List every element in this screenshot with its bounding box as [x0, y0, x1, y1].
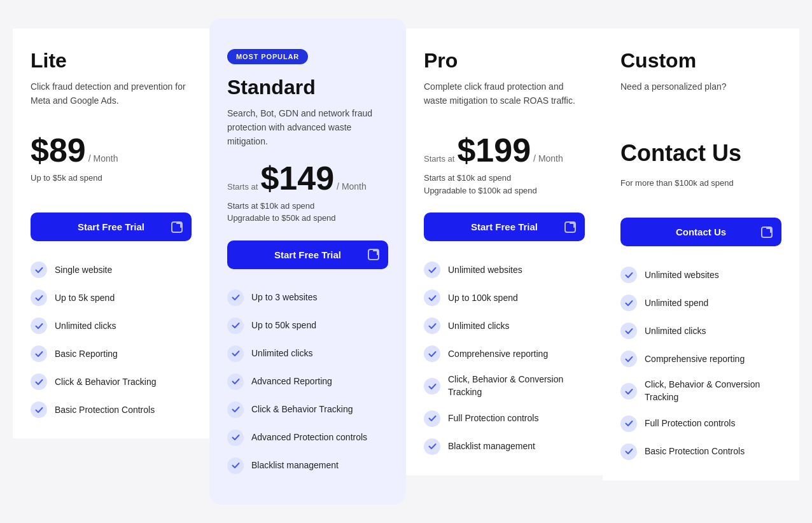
feature-item: Up to 5k spend — [31, 289, 192, 306]
starts-at-label: Starts at — [424, 154, 454, 164]
feature-text: Single website — [55, 264, 112, 277]
check-icon — [424, 262, 440, 278]
plan-cta-button[interactable]: Contact Us — [620, 218, 781, 246]
plan-price: $89 — [31, 134, 86, 167]
plan-card-custom: Custom Need a personalized plan? Contact… — [603, 29, 799, 480]
features-list: Unlimited websites Unlimited spend Unlim… — [620, 267, 781, 459]
plan-price: $149 — [260, 162, 334, 195]
feature-text: Unlimited websites — [448, 264, 522, 277]
feature-item: Blacklist management — [424, 438, 585, 455]
feature-item: Unlimited clicks — [620, 323, 781, 339]
feature-item: Basic Protection Controls — [620, 443, 781, 460]
features-list: Unlimited websites Up to 100k spend Unli… — [424, 262, 585, 454]
check-icon — [620, 267, 637, 283]
feature-item: Full Protection controls — [424, 410, 585, 427]
plan-description: Need a personalized plan? — [620, 80, 781, 121]
feature-text: Up to 3 websites — [251, 291, 318, 304]
plan-price: $199 — [457, 134, 531, 167]
plan-description: Complete click fraud protection and wast… — [424, 80, 585, 121]
feature-item: Click & Behavior Tracking — [31, 373, 192, 390]
check-icon — [31, 373, 47, 390]
plan-cta-button[interactable]: Start Free Trial — [227, 241, 388, 269]
feature-item: Click, Behavior & Conversion Tracking — [620, 379, 781, 403]
btn-corner-icon — [564, 221, 576, 233]
plan-name: Custom — [620, 49, 781, 73]
check-icon — [227, 373, 244, 390]
plan-pricing: $89 / Month — [31, 134, 192, 167]
plan-cta-label: Start Free Trial — [78, 221, 144, 232]
plan-period: / Month — [337, 181, 367, 192]
check-icon — [31, 401, 47, 418]
check-icon — [31, 317, 47, 334]
feature-item: Unlimited clicks — [227, 345, 388, 362]
check-icon — [620, 323, 637, 339]
feature-item: Up to 3 websites — [227, 289, 388, 306]
feature-text: Click, Behavior & Conversion Tracking — [645, 379, 781, 403]
feature-item: Unlimited clicks — [31, 317, 192, 334]
feature-text: Click & Behavior Tracking — [55, 376, 157, 389]
btn-corner-icon — [761, 227, 773, 238]
check-icon — [424, 317, 440, 334]
plan-name: Lite — [31, 49, 192, 73]
check-icon — [31, 345, 47, 362]
check-icon — [424, 410, 440, 427]
features-list: Up to 3 websites Up to 50k spend Unlimit… — [227, 289, 388, 474]
plan-name: Pro — [424, 49, 585, 73]
plan-cta-button[interactable]: Start Free Trial — [31, 213, 192, 241]
plan-description: Click fraud detection and prevention for… — [31, 80, 192, 121]
feature-item: Comprehensive reporting — [424, 345, 585, 362]
btn-corner-icon — [171, 221, 183, 233]
check-icon — [227, 429, 244, 446]
feature-item: Blacklist management — [227, 457, 388, 474]
feature-text: Advanced Protection controls — [251, 431, 367, 444]
check-icon — [620, 415, 637, 432]
plan-card-pro: Pro Complete click fraud protection and … — [406, 29, 603, 475]
plan-period: / Month — [533, 153, 563, 164]
starts-at-label: Starts at — [227, 182, 258, 192]
feature-text: Basic Protection Controls — [645, 445, 745, 458]
feature-text: Full Protection controls — [448, 412, 538, 425]
feature-item: Single website — [31, 262, 192, 278]
pricing-grid: Lite Click fraud detection and preventio… — [13, 29, 799, 494]
feature-item: Click, Behavior & Conversion Tracking — [424, 373, 585, 398]
check-icon — [227, 289, 244, 306]
feature-item: Advanced Protection controls — [227, 429, 388, 446]
feature-text: Click & Behavior Tracking — [251, 403, 353, 416]
feature-text: Comprehensive reporting — [448, 348, 548, 361]
feature-text: Unlimited spend — [645, 297, 708, 310]
plan-cta-button[interactable]: Start Free Trial — [424, 213, 585, 241]
check-icon — [227, 401, 244, 418]
feature-text: Unlimited clicks — [448, 320, 509, 333]
check-icon — [620, 383, 637, 400]
check-icon — [620, 295, 637, 311]
feature-item: Unlimited clicks — [424, 317, 585, 334]
check-icon — [424, 345, 440, 362]
feature-text: Unlimited clicks — [55, 320, 116, 333]
plan-spend-note: Starts at $10k ad spendUpgradable to $10… — [424, 172, 585, 197]
feature-text: Comprehensive reporting — [645, 353, 745, 366]
plan-cta-label: Start Free Trial — [471, 221, 538, 232]
check-icon — [31, 289, 47, 306]
check-icon — [227, 317, 244, 334]
check-icon — [227, 457, 244, 474]
plan-pricing: Starts at $199 / Month — [424, 134, 585, 167]
plan-card-standard: MOST POPULAR Standard Search, Bot, GDN a… — [209, 18, 406, 504]
feature-text: Basic Protection Controls — [55, 404, 155, 417]
feature-text: Up to 100k spend — [448, 292, 518, 305]
feature-item: Full Protection controls — [620, 415, 781, 432]
check-icon — [424, 378, 440, 394]
feature-text: Blacklist management — [251, 459, 339, 472]
plan-pricing: Contact Us — [620, 134, 781, 172]
plan-cta-label: Contact Us — [676, 227, 726, 237]
feature-text: Up to 50k spend — [251, 319, 316, 332]
feature-item: Unlimited websites — [620, 267, 781, 283]
feature-item: Up to 50k spend — [227, 317, 388, 334]
feature-text: Unlimited websites — [645, 269, 719, 282]
feature-item: Unlimited websites — [424, 262, 585, 278]
features-list: Single website Up to 5k spend Unlimited … — [31, 262, 192, 418]
feature-text: Up to 5k spend — [55, 292, 115, 305]
feature-text: Full Protection controls — [645, 417, 735, 430]
feature-item: Click & Behavior Tracking — [227, 401, 388, 418]
plan-name: Standard — [227, 76, 388, 99]
plan-period: / Month — [88, 153, 118, 164]
